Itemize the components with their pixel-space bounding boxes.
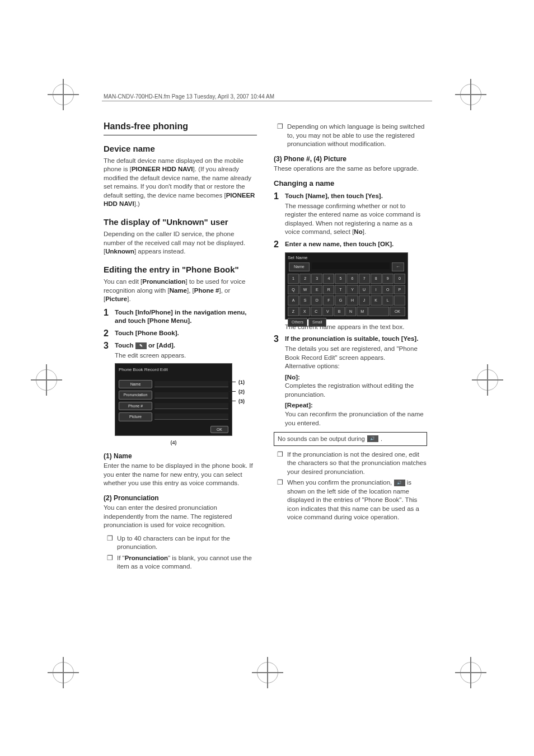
figure-keyboard: Set Name Name ← 1234567890 QWERTYUIOP AS… [285,252,408,320]
bullet-item: ❐ Up to 40 characters can be input for t… [107,534,257,552]
step-1-body: The message confirming whether or not to… [285,202,427,237]
step-3: 3 Touch ✎ or [Add]. [104,341,257,350]
step-2: 2 Enter a new name, then touch [OK]. [274,240,427,249]
header-file-info: MAN-CNDV-700HD-EN.fm Page 13 Tuesday, Ap… [104,93,274,100]
figure-row-name: Name [119,380,228,388]
name-input-field [312,262,390,269]
step-1: 1 Touch [Name], then touch [Yes]. [274,192,427,201]
step-3: 3 If the pronunciation is suitable, touc… [274,335,427,344]
keyboard-top-row: Name ← [288,261,405,273]
figure-row-phone: Phone # [119,402,228,410]
bullet-icon: ❐ [277,478,284,522]
step-number: 1 [274,192,282,201]
figure-ok-button: OK [210,426,228,433]
registration-mark [257,662,278,683]
figure-title: Set Name [288,255,405,261]
bullet-item: ❐ If "Pronunciation" is blank, you canno… [107,554,257,571]
keyboard-row: QWERTYUIOP [288,285,405,294]
keyboard-row: ASDFGHJKL [288,295,405,305]
content-columns: Hands-free phoning Device name The defau… [104,120,427,574]
changing-name-heading: Changing a name [274,179,427,189]
bullet-text: Depending on which language is being swi… [287,123,427,149]
registration-mark [460,662,481,683]
section-device-name: Device name [104,143,257,154]
step-text: Touch ✎ or [Add]. [115,341,257,350]
figure-wrapper: Set Name Name ← 1234567890 QWERTYUIOP AS… [285,252,408,320]
option-no-para: Completes the registration without editi… [285,382,427,399]
figure-marker-1: (1) [238,379,245,386]
page: MAN-CNDV-700HD-EN.fm Page 13 Tuesday, Ap… [0,0,534,756]
step-number: 2 [274,240,282,249]
step-3-body: The details you set are registered, and … [285,345,427,428]
bullet-item: ❐ When you confirm the pronunciation, 🔊 … [277,478,427,522]
step-number: 3 [104,341,111,350]
registration-mark [53,84,74,105]
section-unknown-user: The display of "Unknown" user [104,217,257,228]
step-text: Touch [Info/Phone] in the navigation men… [115,308,257,326]
step-2-body: The current name appears in the text box… [285,323,427,332]
step-number: 1 [104,308,111,317]
figure-phone-book-edit: Phone Book Record Edit Name Pronunciatio… [115,363,232,436]
voice-speaking-icon: 🔊 [367,435,378,442]
step-number: 2 [104,329,111,338]
figure-marker-3: (3) [238,398,245,405]
bullet-text: When you confirm the pronunciation, 🔊 is… [287,478,427,522]
bullet-icon: ❐ [277,450,284,477]
step-text: Touch [Phone Book]. [115,329,257,338]
section-editing-phone-book: Editing the entry in "Phone Book" [104,264,257,275]
registration-mark [477,369,498,391]
backspace-key: ← [392,262,404,272]
figure-marker-4: (4) [115,439,232,446]
sub-name-heading: (1) Name [104,452,257,461]
step-number: 3 [274,335,282,344]
figure-row-pronunciation: Pronunciation [119,391,228,399]
bullet-text: Up to 40 characters can be input for the… [117,534,257,552]
bullet-item: ❐ If the pronunciation is not the desire… [277,450,427,477]
sub-pronunciation-heading: (2) Pronunciation [104,494,257,503]
keyboard-row: 1234567890 [288,274,405,283]
sub-phone-picture-para: These operations are the same as before … [274,165,427,173]
step-1: 1 Touch [Info/Phone] in the navigation m… [104,308,257,326]
option-repeat-para: You can reconfirm the pronunciation of t… [285,410,427,428]
editing-intro-para: You can edit [Pronunciation] to be used … [104,278,257,304]
sub-phone-picture-heading: (3) Phone #, (4) Picture [274,154,427,163]
option-repeat-heading: [Repeat]: [285,401,427,410]
registration-mark [53,662,74,683]
left-column: Hands-free phoning Device name The defau… [104,120,257,574]
bullet-icon: ❐ [277,123,284,149]
bullet-text: If "Pronunciation" is blank, you cannot … [117,554,257,571]
sub-pronunciation-para: You can enter the desired pronunciation … [104,504,257,530]
bullet-icon: ❐ [107,554,114,571]
step-text: Touch [Name], then touch [Yes]. [285,192,427,201]
registration-mark [460,84,481,105]
figure-row-picture: Picture [119,412,228,421]
note-text: No sounds can be output during [278,435,365,443]
keyboard-row: ZXCVBNMOK [288,307,405,316]
voice-edit-icon: ✎ [135,342,147,349]
unknown-user-para: Depending on the caller ID service, the … [104,230,257,256]
step-2: 2 Touch [Phone Book]. [104,329,257,338]
right-column: ❐ Depending on which language is being s… [274,120,427,574]
step-text: If the pronunciation is suitable, touch … [285,335,427,344]
header-rule [102,101,432,101]
step-3-body: The edit screen appears. [115,351,257,360]
device-name-para: The default device name displayed on the… [104,157,257,209]
figure-title: Phone Book Record Edit [119,367,228,373]
figure-wrapper: Phone Book Record Edit Name Pronunciatio… [115,363,232,446]
bullet-icon: ❐ [107,534,114,552]
voice-confirm-icon: 🔊 [394,480,405,486]
chapter-title: Hands-free phoning [104,120,257,135]
note-box: No sounds can be output during 🔊. [274,432,427,446]
registration-mark [36,369,57,391]
bullet-item: ❐ Depending on which language is being s… [277,123,427,149]
figure-marker-2: (2) [238,388,245,395]
step-text: Enter a new name, then touch [OK]. [285,240,427,249]
bullet-text: If the pronunciation is not the desired … [287,450,427,477]
option-no-heading: [No]: [285,373,427,382]
ok-key: OK [390,307,405,316]
sub-name-para: Enter the name to be displayed in the ph… [104,462,257,488]
name-field-label: Name [289,262,310,272]
